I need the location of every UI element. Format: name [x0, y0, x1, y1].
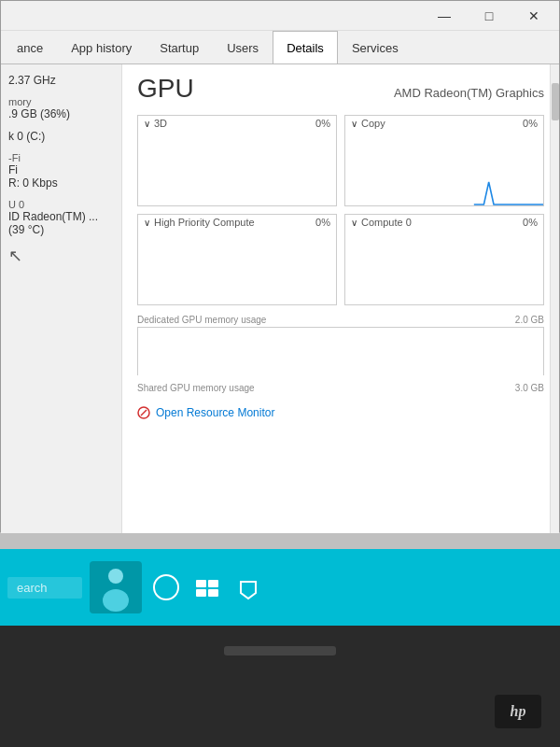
shared-memory-label: Shared GPU memory usage [137, 383, 255, 393]
chart-3d: ∨ 3D 0% [137, 115, 337, 206]
tab-services[interactable]: Services [338, 31, 413, 63]
chart-3d-svg [138, 131, 336, 205]
gpu-label: U 0 [8, 199, 114, 210]
scrollbar[interactable] [550, 64, 559, 533]
notification-icon [235, 574, 261, 600]
close-button[interactable]: ✕ [512, 4, 555, 28]
svg-rect-14 [208, 589, 218, 597]
chart-compute0-percent: 0% [523, 217, 538, 228]
trackpad[interactable] [224, 646, 336, 655]
chart-high-priority: ∨ High Priority Compute 0% [137, 214, 337, 305]
chart-high-priority-percent: 0% [315, 217, 330, 228]
shared-memory-section: Shared GPU memory usage 3.0 GB [137, 381, 544, 395]
main-content: 2.37 GHz mory .9 GB (36%) k 0 (C:) -Fi F… [1, 64, 559, 533]
shared-memory-label-row: Shared GPU memory usage 3.0 GB [137, 381, 544, 395]
chart-compute0-label-group: ∨ Compute 0 [351, 217, 412, 228]
tab-bar: ance App history Startup Users Details S… [1, 31, 559, 64]
chart-compute0-svg [345, 230, 543, 304]
tab-ance[interactable]: ance [3, 31, 57, 63]
svg-rect-3 [345, 230, 543, 304]
sidebar-cpu: 2.37 GHz [8, 74, 114, 87]
chart-copy-label: Copy [361, 118, 385, 129]
svg-rect-11 [196, 580, 206, 587]
chart-3d-percent: 0% [315, 118, 330, 129]
task-view-icon [194, 574, 220, 600]
svg-rect-2 [138, 230, 336, 304]
tab-users[interactable]: Users [213, 31, 273, 63]
title-bar: — □ ✕ [1, 1, 559, 31]
task-view-button[interactable] [190, 571, 224, 604]
chart-copy-label-group: ∨ Copy [351, 118, 385, 129]
chart-compute0: ∨ Compute 0 0% [344, 214, 544, 305]
wifi-label: -Fi [8, 152, 114, 163]
resource-monitor-icon [137, 406, 150, 419]
chart-high-priority-label: High Priority Compute [154, 217, 255, 228]
minimize-button[interactable]: — [423, 4, 466, 28]
chart-compute0-area [345, 230, 543, 304]
svg-marker-15 [241, 582, 256, 599]
taskbar: earch [0, 549, 560, 626]
dedicated-memory-label: Dedicated GPU memory usage [137, 315, 266, 325]
svg-line-6 [141, 410, 147, 416]
sidebar-wifi: -Fi Fi R: 0 Kbps [8, 152, 114, 190]
chevron-copy-icon: ∨ [351, 119, 357, 129]
svg-rect-0 [138, 131, 336, 205]
taskbar-avatar [90, 561, 142, 613]
wifi-speed: R: 0 Kbps [8, 176, 114, 190]
chart-high-priority-svg [138, 230, 336, 304]
chevron-high-priority-icon: ∨ [144, 218, 150, 228]
svg-rect-13 [196, 589, 206, 597]
dedicated-chart-svg [138, 328, 543, 376]
sidebar-disk: k 0 (C:) [8, 130, 114, 143]
disk-label: k 0 (C:) [8, 130, 114, 143]
resource-monitor-link[interactable]: Open Resource Monitor [137, 401, 544, 425]
svg-point-10 [154, 575, 178, 599]
laptop-bezel: hp [0, 626, 560, 747]
sidebar-gpu: U 0 ID Radeon(TM) ... (39 °C) [8, 199, 114, 236]
chevron-3d-icon: ∨ [144, 119, 150, 129]
taskbar-search[interactable]: earch [7, 577, 82, 599]
sidebar: 2.37 GHz mory .9 GB (36%) k 0 (C:) -Fi F… [1, 64, 122, 533]
chart-compute0-header: ∨ Compute 0 0% [345, 215, 543, 230]
memory-label: mory [8, 96, 114, 107]
maximize-button[interactable]: □ [468, 4, 511, 28]
chart-3d-label-group: ∨ 3D [144, 118, 167, 129]
chart-high-priority-header: ∨ High Priority Compute 0% [138, 215, 336, 230]
tab-details[interactable]: Details [273, 31, 338, 63]
start-button[interactable] [149, 571, 183, 604]
chart-3d-header: ∨ 3D 0% [138, 116, 336, 131]
chart-copy-percent: 0% [523, 118, 538, 129]
gpu-temp: (39 °C) [8, 223, 114, 236]
chart-copy: ∨ Copy 0% [344, 115, 544, 206]
chart-high-priority-label-group: ∨ High Priority Compute [144, 217, 255, 228]
title-bar-controls: — □ ✕ [423, 4, 555, 28]
tab-startup[interactable]: Startup [146, 31, 213, 63]
shared-memory-max: 3.0 GB [515, 383, 544, 393]
chart-3d-label: 3D [154, 118, 167, 129]
dedicated-memory-max: 2.0 GB [515, 315, 544, 325]
hp-logo: hp [495, 695, 541, 728]
svg-point-9 [103, 589, 129, 612]
sidebar-memory: mory .9 GB (36%) [8, 96, 114, 120]
notification-button[interactable] [231, 571, 265, 604]
gpu-name: ID Radeon(TM) ... [8, 210, 114, 223]
gpu-header: GPU AMD Radeon(TM) Graphics [137, 74, 544, 104]
task-manager-window: — □ ✕ ance App history Startup Users Det… [0, 0, 560, 532]
tab-app-history[interactable]: App history [57, 31, 146, 63]
chart-compute0-label: Compute 0 [361, 217, 412, 228]
chart-copy-area [345, 131, 543, 205]
chart-copy-header: ∨ Copy 0% [345, 116, 543, 131]
dedicated-memory-label-row: Dedicated GPU memory usage 2.0 GB [137, 313, 544, 327]
wifi-sub: Fi [8, 163, 114, 176]
resource-monitor-row: Open Resource Monitor [137, 401, 544, 425]
gpu-panel: GPU AMD Radeon(TM) Graphics ∨ 3D 0% [122, 64, 559, 533]
charts-grid: ∨ 3D 0% ∨ [137, 115, 544, 305]
start-circle-icon [153, 574, 179, 600]
chart-copy-svg [345, 131, 543, 205]
svg-rect-4 [138, 328, 543, 376]
avatar-image [97, 561, 134, 613]
svg-rect-1 [345, 131, 543, 205]
memory-value: .9 GB (36%) [8, 107, 114, 120]
scrollbar-thumb[interactable] [552, 83, 559, 120]
gpu-subtitle: AMD Radeon(TM) Graphics [394, 86, 544, 100]
